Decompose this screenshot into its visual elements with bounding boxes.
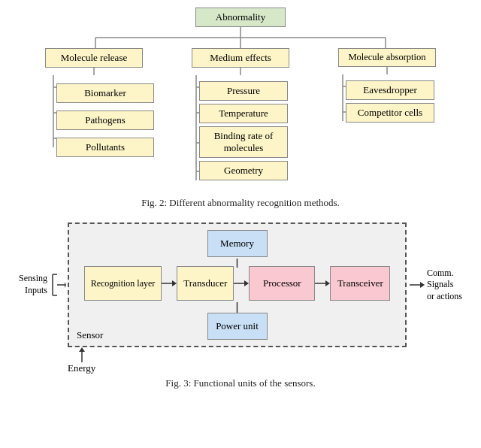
fig3-caption: Fig. 3: Functional units of the sensors. (165, 377, 315, 389)
sensor-mid-row: Recognition layer Transducer Processor (78, 266, 396, 301)
output-label: Comm.Signalsor actions (427, 268, 462, 303)
transducer-block: Transducer (177, 266, 234, 301)
recognition-block: Recognition layer (84, 266, 162, 301)
medium-effects-node: Medium effects (192, 48, 289, 68)
pressure-node: Pressure (199, 81, 288, 101)
svg-marker-24 (65, 282, 66, 288)
svg-marker-34 (420, 282, 425, 288)
figure-3: SensingInputs Memory (8, 219, 473, 389)
power-unit-block: Power unit (207, 313, 268, 340)
sensor-label: Sensor (77, 329, 103, 341)
energy-label: Energy (68, 362, 95, 374)
power-row: Power unit (78, 313, 396, 340)
fig2-caption: Fig. 2: Different abnormality recognitio… (141, 197, 340, 209)
sensor-box: Memory Recognition layer Transducer (68, 222, 407, 347)
geometry-node: Geometry (199, 161, 288, 180)
figure-2: Abnormality Molecule release (8, 8, 473, 219)
memory-row: Memory (78, 230, 396, 257)
svg-marker-36 (79, 347, 85, 352)
molecule-release-node: Molecule release (45, 48, 143, 68)
sensing-inputs-label: SensingInputs (19, 273, 47, 296)
binding-rate-node: Binding rate of molecules (199, 126, 288, 158)
memory-block: Memory (207, 230, 268, 257)
biomarker-node: Biomarker (56, 83, 154, 103)
transceiver-block: Transceiver (330, 266, 390, 301)
abnormality-node: Abnormality (195, 8, 286, 27)
competitor-cells-node: Competitor cells (346, 103, 434, 123)
energy-section: Energy (68, 347, 95, 374)
pollutants-node: Pollutants (56, 138, 154, 157)
processor-block: Processor (249, 266, 315, 301)
pathogens-node: Pathogens (56, 110, 154, 130)
temperature-node: Temperature (199, 104, 288, 123)
molecule-absorption-node: Molecule absorption (338, 48, 436, 67)
eavesdropper-node: Eavesdropper (346, 80, 434, 100)
